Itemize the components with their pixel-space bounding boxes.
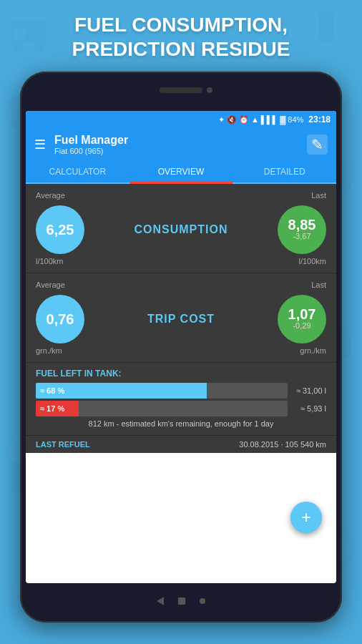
consumption-label-average: Average [36,191,65,200]
trip-cost-average-circle: 0,76 [36,295,84,343]
consumption-header: Average Last [36,191,326,200]
fuel-bar-1-value: ≈ 31,00 l [292,386,326,395]
trip-cost-unit-right: grn./km [300,346,326,355]
clock: 23:18 [308,114,331,125]
consumption-last-circle: 8,85 -3,67 [278,205,326,254]
trip-cost-section: Average Last 0,76 TRIP COST 1,07 -0,29 g… [26,273,336,363]
volume-icon: 🔇 [227,115,237,125]
trip-cost-label-last: Last [311,280,326,289]
tab-bar: Calculator Overview Detailed [26,161,336,184]
last-refuel-section: LAST REFUEL 30.08.2015 · 105 540 km [26,436,336,453]
svg-point-10 [341,180,351,190]
phone-speaker [160,87,202,93]
fuel-bar-2-percent: ≈ 17 % [40,404,64,413]
consumption-last-value: 8,85 [288,218,316,232]
phone-camera [207,87,212,93]
last-refuel-value: 30.08.2015 · 105 540 km [239,440,326,449]
app-bar: ☰ Fuel Manager Fiat 600 (965) ✎ [26,128,336,161]
app-title: Fuel Manager [54,134,128,147]
trip-cost-last-value: 1,07 [288,307,316,321]
page-header: FUEL CONSUMPTION, PREDICTION RESIDUE [0,13,362,61]
bluetooth-icon: ✦ [218,115,225,125]
consumption-units-row: l/100km l/100km [36,257,326,265]
fuel-tank-section: FUEL LEFT IN TANK: ≈ 68 % ≈ 31,00 l ≈ 17… [26,363,336,436]
trip-cost-last-delta: -0,29 [293,321,310,331]
content-area: Average Last 6,25 CONSUMPTION 8,85 -3,67… [26,184,336,453]
trip-cost-label-average: Average [36,280,65,289]
consumption-metrics-row: 6,25 CONSUMPTION 8,85 -3,67 [36,205,326,254]
fuel-bar-1-fill: ≈ 68 % [36,383,207,399]
fuel-bar-2-value: ≈ 5,93 l [292,404,326,413]
trip-cost-last-circle: 1,07 -0,29 [278,295,326,343]
last-refuel-label: LAST REFUEL [36,440,90,449]
back-button[interactable] [157,597,164,605]
tab-detailed[interactable]: Detailed [233,161,336,182]
battery-icon: ▓ [280,115,285,124]
fuel-bar-1-percent: ≈ 68 % [40,386,64,395]
consumption-section: Average Last 6,25 CONSUMPTION 8,85 -3,67… [26,184,336,273]
battery-percent: 84% [288,115,303,124]
fuel-bar-2-row: ≈ 17 % ≈ 5,93 l [36,401,326,416]
fuel-tank-title: FUEL LEFT IN TANK: [36,369,326,379]
trip-cost-label: TRIP COST [92,313,270,326]
consumption-average-value: 6,25 [47,222,74,238]
app-title-container: Fuel Manager Fiat 600 (965) [54,134,128,155]
fuel-bar-2-fill: ≈ 17 % [36,401,79,416]
edit-action-button[interactable]: ✎ [307,135,328,155]
tab-calculator[interactable]: Calculator [26,161,129,182]
phone-screen: ✦ 🔇 ⏰ ▲ ▌▌▌ ▓ 84% 23:18 ☰ Fuel Manager F… [26,111,336,583]
header-line1: FUEL CONSUMPTION, [0,13,362,37]
consumption-label: CONSUMPTION [92,223,270,236]
consumption-unit-left: l/100km [36,257,64,265]
home-button[interactable] [178,597,185,605]
add-icon: + [301,509,311,526]
wifi-icon: ▲ [251,115,259,124]
signal-icon: ▌▌▌ [261,115,278,124]
add-fab-button[interactable]: + [290,502,322,533]
alarm-icon: ⏰ [239,115,249,125]
svg-point-15 [11,611,21,621]
consumption-unit-right: l/100km [298,257,326,265]
tab-overview[interactable]: Overview [129,161,233,182]
trip-cost-units-row: grn./km grn./km [36,346,326,355]
trip-cost-header: Average Last [36,280,326,289]
consumption-last-delta: -3,67 [293,232,310,241]
trip-cost-average-value: 0,76 [47,311,74,328]
fuel-bar-1-bg: ≈ 68 % [36,383,288,399]
app-subtitle: Fiat 600 (965) [54,147,128,155]
consumption-average-circle: 6,25 [36,205,84,254]
menu-icon[interactable]: ☰ [34,137,46,152]
trip-cost-unit-left: grn./km [36,346,62,355]
status-icons: ✦ 🔇 ⏰ ▲ ▌▌▌ ▓ 84% 23:18 [218,114,331,125]
recents-button[interactable] [200,598,205,604]
header-line2: PREDICTION RESIDUE [0,37,362,62]
fuel-bar-2-bg: ≈ 17 % [36,401,288,416]
consumption-label-last: Last [311,191,326,200]
status-bar: ✦ 🔇 ⏰ ▲ ▌▌▌ ▓ 84% 23:18 [26,111,336,128]
app-bar-left: ☰ Fuel Manager Fiat 600 (965) [34,134,128,155]
trip-cost-metrics-row: 0,76 TRIP COST 1,07 -0,29 [36,295,326,343]
phone-nav-buttons [131,597,231,605]
fuel-estimate-text: 812 km - estimated km's remaining, enoug… [36,419,326,428]
phone-frame: ✦ 🔇 ⏰ ▲ ▌▌▌ ▓ 84% 23:18 ☰ Fuel Manager F… [20,72,342,623]
fuel-bar-1-row: ≈ 68 % ≈ 31,00 l [36,383,326,399]
